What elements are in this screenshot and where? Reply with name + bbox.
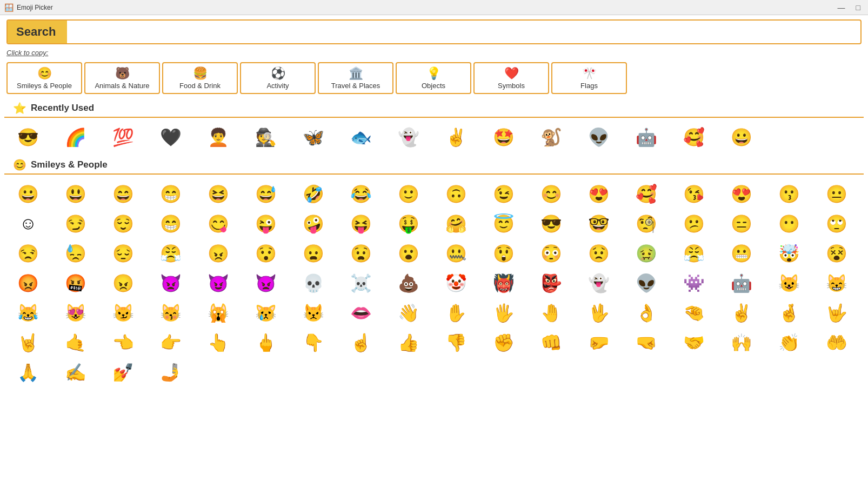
emoji-cell[interactable]: 👾 [670, 268, 718, 298]
emoji-cell[interactable]: 😹 [4, 298, 52, 328]
emoji-cell[interactable]: ☠️ [337, 268, 385, 298]
emoji-cell[interactable]: 🤳 [147, 357, 195, 387]
emoji-cell[interactable]: 😁 [147, 209, 195, 238]
emoji-cell[interactable]: 😆 [195, 179, 242, 209]
emoji-cell[interactable]: 😍 [718, 179, 765, 209]
emoji-cell[interactable]: 😦 [290, 238, 337, 268]
emoji-cell[interactable]: 👊 [528, 328, 575, 357]
emoji-cell[interactable]: 👆 [195, 328, 242, 357]
emoji-cell[interactable]: 🖤 [147, 122, 195, 152]
emoji-cell[interactable]: 😅 [242, 179, 290, 209]
category-tab-smileys[interactable]: 😊Smileys & People [6, 62, 82, 94]
category-tab-food[interactable]: 🍔Food & Drink [162, 62, 238, 94]
emoji-cell[interactable]: 🤖 [623, 122, 670, 152]
emoji-cell[interactable]: 👉 [147, 328, 195, 357]
emoji-cell[interactable]: 🥰 [623, 179, 670, 209]
emoji-cell[interactable]: 🧑‍🦱 [195, 122, 242, 152]
emoji-cell[interactable]: 🦋 [290, 122, 337, 152]
emoji-cell[interactable]: 😮 [385, 238, 432, 268]
emoji-cell[interactable]: 👈 [99, 328, 147, 357]
emoji-cell[interactable]: 👍 [385, 328, 432, 357]
category-tab-objects[interactable]: 💡Objects [396, 62, 471, 94]
emoji-cell[interactable]: 😝 [337, 209, 385, 238]
emoji-cell[interactable]: 🤝 [670, 328, 718, 357]
emoji-cell[interactable]: 👌 [623, 298, 670, 328]
emoji-cell[interactable]: 😄 [99, 179, 147, 209]
category-tab-symbols[interactable]: ❤️Symbols [473, 62, 549, 94]
emoji-cell[interactable]: 🙂 [385, 179, 432, 209]
emoji-cell[interactable]: 🤲 [813, 328, 860, 357]
emoji-cell[interactable]: 😃 [52, 179, 99, 209]
emoji-cell[interactable]: ☺️ [4, 209, 52, 238]
emoji-cell[interactable]: 👽 [623, 268, 670, 298]
emoji-cell[interactable]: 👻 [385, 122, 432, 152]
emoji-cell[interactable]: 😍 [575, 179, 623, 209]
emoji-cell[interactable]: 😏 [52, 209, 99, 238]
emoji-cell[interactable]: 😵 [813, 238, 860, 268]
emoji-cell[interactable]: 🖐️ [480, 298, 528, 328]
emoji-cell[interactable]: 😟 [575, 238, 623, 268]
emoji-cell[interactable]: 🤘 [4, 328, 52, 357]
emoji-cell[interactable]: 👽 [575, 122, 623, 152]
emoji-cell[interactable]: 😁 [147, 179, 195, 209]
emoji-cell[interactable]: 💩 [385, 268, 432, 298]
emoji-cell[interactable]: 🐒 [528, 122, 575, 152]
emoji-cell[interactable]: 😕 [670, 209, 718, 238]
category-tab-travel[interactable]: 🏛️Travel & Places [318, 62, 393, 94]
search-input[interactable] [67, 22, 860, 42]
emoji-cell[interactable]: 😠 [195, 238, 242, 268]
emoji-cell[interactable]: 😲 [480, 238, 528, 268]
emoji-cell[interactable]: 🙀 [195, 298, 242, 328]
emoji-cell[interactable]: 😌 [99, 209, 147, 238]
click-to-copy[interactable]: Click to copy: [0, 46, 868, 59]
emoji-cell[interactable]: 😀 [718, 122, 765, 152]
emoji-cell[interactable]: 👇 [290, 328, 337, 357]
maximize-button[interactable]: □ [853, 3, 864, 12]
emoji-cell[interactable]: 😉 [480, 179, 528, 209]
emoji-cell[interactable]: 😽 [147, 298, 195, 328]
emoji-cell[interactable]: 😶 [765, 209, 813, 238]
emoji-cell[interactable]: 😘 [670, 179, 718, 209]
emoji-cell[interactable]: 😗 [765, 179, 813, 209]
emoji-cell[interactable]: 😜 [242, 209, 290, 238]
emoji-cell[interactable]: 🤩 [480, 122, 528, 152]
emoji-cell[interactable]: 🐟 [337, 122, 385, 152]
emoji-cell[interactable]: 👹 [480, 268, 528, 298]
emoji-cell[interactable]: 😾 [290, 298, 337, 328]
emoji-cell[interactable]: 🙃 [432, 179, 480, 209]
emoji-cell[interactable]: 😠 [99, 268, 147, 298]
emoji-cell[interactable]: 😐 [813, 179, 860, 209]
emoji-cell[interactable]: 🤓 [575, 209, 623, 238]
emoji-cell[interactable]: 😈 [195, 268, 242, 298]
emoji-cell[interactable]: 👺 [528, 268, 575, 298]
emoji-cell[interactable]: 🤙 [52, 328, 99, 357]
emoji-cell[interactable]: 🖖 [575, 298, 623, 328]
emoji-cell[interactable]: 😤 [147, 238, 195, 268]
emoji-cell[interactable]: 🥰 [670, 122, 718, 152]
emoji-cell[interactable]: 👋 [385, 298, 432, 328]
minimize-button[interactable]: — [834, 3, 849, 12]
emoji-cell[interactable]: 🤯 [765, 238, 813, 268]
emoji-cell[interactable]: 😎 [528, 209, 575, 238]
category-tab-activity[interactable]: ⚽Activity [240, 62, 316, 94]
emoji-cell[interactable]: 😼 [99, 298, 147, 328]
emoji-cell[interactable]: 😧 [337, 238, 385, 268]
emoji-cell[interactable]: ✍️ [52, 357, 99, 387]
emoji-cell[interactable]: 😑 [718, 209, 765, 238]
emoji-cell[interactable]: 🤣 [290, 179, 337, 209]
emoji-cell[interactable]: 👏 [765, 328, 813, 357]
emoji-cell[interactable]: 😇 [480, 209, 528, 238]
emoji-cell[interactable]: 🤬 [52, 268, 99, 298]
emoji-cell[interactable]: ✊ [480, 328, 528, 357]
emoji-cell[interactable]: 😊 [528, 179, 575, 209]
emoji-cell[interactable]: 🤚 [528, 298, 575, 328]
emoji-cell[interactable]: 🌈 [52, 122, 99, 152]
emoji-cell[interactable]: 💯 [99, 122, 147, 152]
emoji-cell[interactable]: 😻 [52, 298, 99, 328]
emoji-cell[interactable]: 😬 [718, 238, 765, 268]
emoji-cell[interactable]: ✌️ [432, 122, 480, 152]
emoji-cell[interactable]: 👎 [432, 328, 480, 357]
emoji-cell[interactable]: 👿 [242, 268, 290, 298]
emoji-cell[interactable]: 🤏 [670, 298, 718, 328]
emoji-cell[interactable]: 😿 [242, 298, 290, 328]
